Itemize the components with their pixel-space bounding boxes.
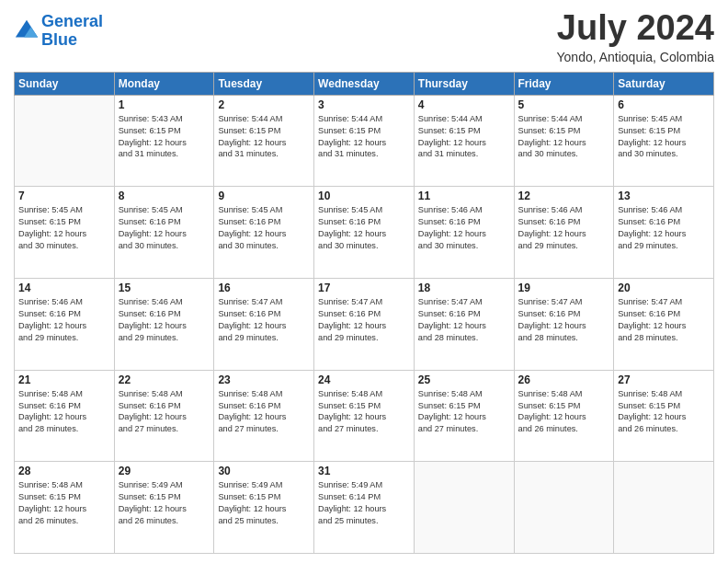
calendar-cell: 13Sunrise: 5:46 AMSunset: 6:16 PMDayligh… [614, 187, 714, 279]
day-info: Sunrise: 5:47 AMSunset: 6:16 PMDaylight:… [518, 296, 610, 344]
calendar-cell: 28Sunrise: 5:48 AMSunset: 6:15 PMDayligh… [15, 462, 115, 554]
calendar-cell: 5Sunrise: 5:44 AMSunset: 6:15 PMDaylight… [514, 95, 614, 187]
day-info: Sunrise: 5:47 AMSunset: 6:16 PMDaylight:… [618, 296, 710, 344]
calendar-cell: 1Sunrise: 5:43 AMSunset: 6:15 PMDaylight… [114, 95, 214, 187]
weekday-header: Wednesday [314, 72, 415, 95]
logo-blue: Blue [41, 31, 103, 50]
calendar-cell: 31Sunrise: 5:49 AMSunset: 6:14 PMDayligh… [314, 462, 415, 554]
calendar-cell: 21Sunrise: 5:48 AMSunset: 6:16 PMDayligh… [15, 370, 115, 462]
day-info: Sunrise: 5:48 AMSunset: 6:16 PMDaylight:… [18, 388, 110, 436]
day-info: Sunrise: 5:48 AMSunset: 6:15 PMDaylight:… [18, 479, 110, 527]
calendar-cell: 2Sunrise: 5:44 AMSunset: 6:15 PMDaylight… [214, 95, 314, 187]
calendar-cell: 7Sunrise: 5:45 AMSunset: 6:15 PMDaylight… [15, 187, 115, 279]
day-number: 2 [218, 98, 310, 111]
calendar-cell: 10Sunrise: 5:45 AMSunset: 6:16 PMDayligh… [314, 187, 415, 279]
calendar-cell: 25Sunrise: 5:48 AMSunset: 6:15 PMDayligh… [414, 370, 514, 462]
day-number: 22 [119, 373, 210, 386]
calendar-cell: 16Sunrise: 5:47 AMSunset: 6:16 PMDayligh… [214, 279, 314, 371]
calendar-cell [614, 462, 714, 554]
calendar-cell: 22Sunrise: 5:48 AMSunset: 6:16 PMDayligh… [114, 370, 214, 462]
calendar-cell [15, 95, 115, 187]
day-number: 12 [518, 190, 610, 202]
weekday-header: Thursday [414, 72, 514, 95]
day-info: Sunrise: 5:43 AMSunset: 6:15 PMDaylight:… [119, 113, 210, 161]
day-number: 14 [18, 282, 110, 294]
day-info: Sunrise: 5:47 AMSunset: 6:16 PMDaylight:… [418, 296, 510, 344]
day-info: Sunrise: 5:49 AMSunset: 6:15 PMDaylight:… [218, 479, 310, 527]
calendar-cell: 20Sunrise: 5:47 AMSunset: 6:16 PMDayligh… [614, 279, 714, 371]
day-info: Sunrise: 5:46 AMSunset: 6:16 PMDaylight:… [418, 204, 510, 252]
calendar-cell: 19Sunrise: 5:47 AMSunset: 6:16 PMDayligh… [514, 279, 614, 371]
month-title: July 2024 [557, 9, 715, 48]
day-number: 20 [618, 282, 710, 294]
logo-icon [14, 18, 40, 44]
day-info: Sunrise: 5:49 AMSunset: 6:15 PMDaylight:… [119, 479, 210, 527]
weekday-header: Monday [114, 72, 214, 95]
day-info: Sunrise: 5:44 AMSunset: 6:15 PMDaylight:… [418, 113, 510, 161]
day-number: 29 [119, 465, 210, 477]
day-info: Sunrise: 5:46 AMSunset: 6:16 PMDaylight:… [518, 204, 610, 252]
calendar-cell [514, 462, 614, 554]
weekday-header: Friday [514, 72, 614, 95]
calendar-cell [414, 462, 514, 554]
day-number: 1 [119, 98, 210, 111]
calendar-cell: 24Sunrise: 5:48 AMSunset: 6:15 PMDayligh… [314, 370, 415, 462]
logo-general: General [41, 12, 103, 30]
calendar-cell: 12Sunrise: 5:46 AMSunset: 6:16 PMDayligh… [514, 187, 614, 279]
calendar-body: 1Sunrise: 5:43 AMSunset: 6:15 PMDaylight… [15, 95, 714, 553]
day-info: Sunrise: 5:46 AMSunset: 6:16 PMDaylight:… [18, 296, 110, 344]
day-number: 13 [618, 190, 710, 202]
calendar-cell: 14Sunrise: 5:46 AMSunset: 6:16 PMDayligh… [15, 279, 115, 371]
day-number: 9 [218, 190, 310, 202]
day-number: 10 [318, 190, 410, 202]
day-number: 4 [418, 98, 510, 111]
title-block: July 2024 Yondo, Antioquia, Colombia [557, 9, 715, 64]
day-info: Sunrise: 5:48 AMSunset: 6:15 PMDaylight:… [618, 388, 710, 436]
day-number: 7 [18, 190, 110, 202]
day-number: 15 [119, 282, 210, 294]
header: General Blue July 2024 Yondo, Antioquia,… [14, 9, 714, 64]
day-number: 17 [318, 282, 410, 294]
page: General Blue July 2024 Yondo, Antioquia,… [0, 0, 728, 563]
day-info: Sunrise: 5:48 AMSunset: 6:16 PMDaylight:… [119, 388, 210, 436]
calendar-cell: 30Sunrise: 5:49 AMSunset: 6:15 PMDayligh… [214, 462, 314, 554]
weekday-header: Saturday [614, 72, 714, 95]
day-info: Sunrise: 5:45 AMSunset: 6:16 PMDaylight:… [119, 204, 210, 252]
calendar-header: SundayMondayTuesdayWednesdayThursdayFrid… [15, 72, 714, 95]
day-number: 31 [318, 465, 410, 477]
day-number: 28 [18, 465, 110, 477]
day-info: Sunrise: 5:47 AMSunset: 6:16 PMDaylight:… [318, 296, 410, 344]
day-number: 19 [518, 282, 610, 294]
day-number: 6 [618, 98, 710, 111]
logo: General Blue [14, 13, 103, 50]
day-number: 16 [218, 282, 310, 294]
day-info: Sunrise: 5:48 AMSunset: 6:15 PMDaylight:… [318, 388, 410, 436]
calendar-table: SundayMondayTuesdayWednesdayThursdayFrid… [14, 72, 714, 554]
calendar-cell: 3Sunrise: 5:44 AMSunset: 6:15 PMDaylight… [314, 95, 415, 187]
calendar-cell: 11Sunrise: 5:46 AMSunset: 6:16 PMDayligh… [414, 187, 514, 279]
day-info: Sunrise: 5:49 AMSunset: 6:14 PMDaylight:… [318, 479, 410, 527]
calendar-week-row: 28Sunrise: 5:48 AMSunset: 6:15 PMDayligh… [15, 462, 714, 554]
day-info: Sunrise: 5:46 AMSunset: 6:16 PMDaylight:… [119, 296, 210, 344]
day-number: 24 [318, 373, 410, 386]
calendar-week-row: 14Sunrise: 5:46 AMSunset: 6:16 PMDayligh… [15, 279, 714, 371]
calendar-cell: 4Sunrise: 5:44 AMSunset: 6:15 PMDaylight… [414, 95, 514, 187]
day-info: Sunrise: 5:45 AMSunset: 6:16 PMDaylight:… [218, 204, 310, 252]
day-info: Sunrise: 5:45 AMSunset: 6:15 PMDaylight:… [18, 204, 110, 252]
day-number: 25 [418, 373, 510, 386]
day-number: 18 [418, 282, 510, 294]
weekday-header: Tuesday [214, 72, 314, 95]
calendar-week-row: 21Sunrise: 5:48 AMSunset: 6:16 PMDayligh… [15, 370, 714, 462]
location: Yondo, Antioquia, Colombia [557, 50, 715, 64]
day-info: Sunrise: 5:48 AMSunset: 6:16 PMDaylight:… [218, 388, 310, 436]
weekday-row: SundayMondayTuesdayWednesdayThursdayFrid… [15, 72, 714, 95]
day-info: Sunrise: 5:48 AMSunset: 6:15 PMDaylight:… [518, 388, 610, 436]
day-number: 5 [518, 98, 610, 111]
day-number: 27 [618, 373, 710, 386]
calendar-week-row: 7Sunrise: 5:45 AMSunset: 6:15 PMDaylight… [15, 187, 714, 279]
calendar-cell: 9Sunrise: 5:45 AMSunset: 6:16 PMDaylight… [214, 187, 314, 279]
calendar-cell: 29Sunrise: 5:49 AMSunset: 6:15 PMDayligh… [114, 462, 214, 554]
weekday-header: Sunday [15, 72, 115, 95]
day-info: Sunrise: 5:44 AMSunset: 6:15 PMDaylight:… [318, 113, 410, 161]
calendar-cell: 18Sunrise: 5:47 AMSunset: 6:16 PMDayligh… [414, 279, 514, 371]
